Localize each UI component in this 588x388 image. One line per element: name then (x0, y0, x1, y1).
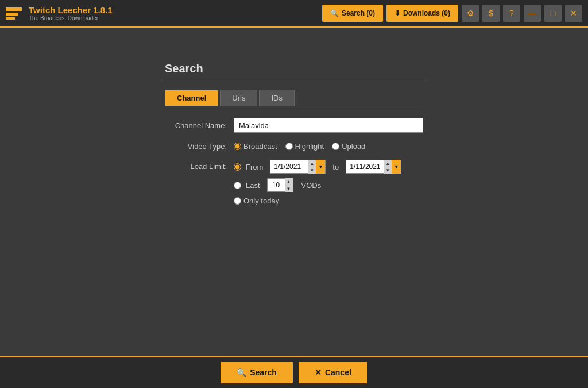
titlebar-buttons: 🔍 Search (0) ⬇ Downloads (0) ⚙ $ ? — □ ✕ (322, 5, 582, 22)
vods-label: VODs (301, 181, 322, 190)
cancel-icon: ✕ (315, 368, 322, 377)
tab-urls[interactable]: Urls (220, 90, 257, 106)
load-limit-from-row: From ▲ ▼ ▼ to ▲ (234, 160, 401, 174)
video-type-controls: Broadcast Highlight Upload (234, 142, 423, 151)
from-date-spinner-btns: ▲ ▼ (308, 160, 316, 174)
channel-name-control (234, 118, 423, 133)
radio-broadcast-input[interactable] (234, 143, 241, 150)
from-date-dropdown-btn[interactable]: ▼ (316, 160, 325, 174)
from-date-spinner: ▲ ▼ ▼ (270, 160, 326, 174)
donate-button[interactable]: $ (482, 5, 500, 22)
to-date-up-btn[interactable]: ▲ (384, 160, 392, 167)
minimize-icon: — (528, 9, 536, 18)
download-icon: ⬇ (394, 9, 400, 17)
to-label: to (332, 163, 339, 171)
radio-broadcast[interactable]: Broadcast (234, 142, 277, 151)
maximize-button[interactable]: □ (544, 5, 562, 22)
tab-channel[interactable]: Channel (165, 90, 218, 106)
cancel-button[interactable]: ✕ Cancel (299, 362, 368, 383)
to-date-spinner: ▲ ▼ ▼ (346, 160, 401, 174)
load-limit-label: Load Limit: (165, 160, 234, 171)
titlebar: Twitch Leecher 1.8.1 The Broadcast Downl… (0, 0, 588, 28)
to-date-dropdown-btn[interactable]: ▼ (392, 160, 401, 174)
search-icon: 🔍 (330, 9, 339, 17)
radio-broadcast-label: Broadcast (243, 142, 277, 151)
to-date-down-btn[interactable]: ▼ (384, 167, 392, 174)
help-button[interactable]: ? (503, 5, 520, 22)
maximize-icon: □ (551, 9, 555, 18)
cancel-label: Cancel (325, 368, 351, 377)
radio-from[interactable] (234, 163, 241, 171)
downloads-button[interactable]: ⬇ Downloads (0) (386, 5, 458, 22)
radio-today-input[interactable] (234, 197, 241, 205)
resize-handle[interactable] (581, 381, 587, 387)
to-date-spinner-btns: ▲ ▼ (384, 160, 392, 174)
from-label: From (246, 163, 263, 171)
channel-name-label: Channel Name: (165, 121, 234, 130)
vods-down-btn[interactable]: ▼ (285, 185, 293, 192)
load-limit-controls: From ▲ ▼ ▼ to ▲ (234, 160, 401, 205)
radio-today-label: Only today (243, 197, 279, 205)
radio-upload[interactable]: Upload (332, 142, 365, 151)
video-type-row: Video Type: Broadcast Highlight Upload (165, 142, 423, 151)
form-title: Search (165, 62, 423, 80)
load-limit-row: Load Limit: From ▲ ▼ ▼ (165, 160, 423, 205)
radio-highlight-input[interactable] (285, 143, 293, 150)
dollar-icon: $ (489, 9, 493, 18)
vods-count-input[interactable] (268, 179, 285, 191)
radio-from-input[interactable] (234, 163, 241, 171)
app-logo (6, 7, 22, 20)
minimize-button[interactable]: — (524, 5, 541, 22)
search-btn-label: Search (0) (342, 9, 375, 17)
load-limit-today-row: Only today (234, 197, 401, 205)
help-icon: ? (509, 9, 514, 18)
downloads-btn-label: Downloads (0) (403, 9, 450, 17)
radio-last-input[interactable] (234, 182, 241, 189)
radio-highlight[interactable]: Highlight (285, 142, 324, 151)
vods-up-btn[interactable]: ▲ (285, 178, 293, 185)
search-submit-icon: 🔍 (237, 368, 246, 377)
close-icon: ✕ (570, 9, 577, 18)
vods-spinner: ▲ ▼ (267, 178, 293, 192)
vods-spinner-btns: ▲ ▼ (285, 178, 293, 192)
channel-name-row: Channel Name: (165, 118, 423, 133)
radio-last[interactable] (234, 182, 241, 189)
search-submit-button[interactable]: 🔍 Search (220, 362, 293, 383)
search-form: Search Channel Urls IDs Channel Name: Vi… (165, 62, 423, 214)
radio-today[interactable]: Only today (234, 197, 279, 205)
close-button[interactable]: ✕ (565, 5, 582, 22)
bottom-bar: 🔍 Search ✕ Cancel (0, 356, 588, 388)
video-type-label: Video Type: (165, 142, 234, 151)
app-title: Twitch Leecher 1.8.1 The Broadcast Downl… (29, 5, 113, 21)
app-name: Twitch Leecher 1.8.1 (29, 5, 113, 15)
app-subtitle: The Broadcast Downloader (29, 15, 113, 21)
load-limit-last-row: Last ▲ ▼ VODs (234, 178, 401, 192)
search-button[interactable]: 🔍 Search (0) (322, 5, 383, 22)
radio-highlight-label: Highlight (295, 142, 324, 151)
from-date-up-btn[interactable]: ▲ (308, 160, 316, 167)
settings-icon: ⚙ (467, 9, 474, 18)
radio-upload-input[interactable] (332, 143, 339, 150)
radio-upload-label: Upload (342, 142, 365, 151)
tab-ids[interactable]: IDs (259, 90, 295, 106)
search-submit-label: Search (250, 368, 277, 377)
settings-button[interactable]: ⚙ (462, 5, 479, 22)
channel-name-input[interactable] (234, 118, 423, 133)
tab-bar: Channel Urls IDs (165, 90, 423, 106)
main-content: Search Channel Urls IDs Channel Name: Vi… (0, 28, 588, 356)
from-date-down-btn[interactable]: ▼ (308, 167, 316, 174)
last-label: Last (246, 181, 260, 190)
to-date-input[interactable] (346, 160, 384, 173)
from-date-input[interactable] (270, 160, 308, 173)
